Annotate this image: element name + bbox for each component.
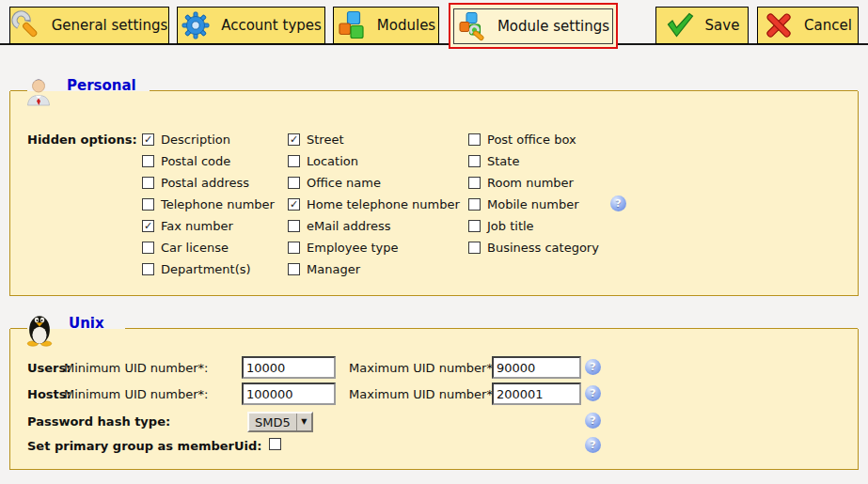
personal-title: Personal bbox=[67, 77, 136, 94]
hidden-option[interactable]: Postal code bbox=[142, 154, 275, 176]
checkbox[interactable] bbox=[142, 155, 154, 167]
password-hash-value: SMD5 bbox=[249, 415, 296, 429]
checkbox[interactable] bbox=[142, 177, 154, 189]
hidden-option[interactable]: ✓Description bbox=[142, 133, 275, 154]
checkbox[interactable] bbox=[142, 242, 154, 254]
checkbox[interactable] bbox=[288, 177, 300, 189]
checkbox[interactable] bbox=[468, 198, 481, 211]
checkbox[interactable]: ✓ bbox=[142, 133, 154, 146]
hidden-option[interactable]: Room number bbox=[468, 176, 599, 197]
tab-modules[interactable]: Modules bbox=[333, 7, 439, 44]
users-min-uid-input[interactable] bbox=[242, 356, 336, 379]
option-label: eMail address bbox=[307, 219, 391, 233]
checkbox[interactable] bbox=[468, 155, 481, 167]
hidden-option[interactable]: Telephone number bbox=[142, 197, 275, 219]
unix-section: Unix Users: Minimum UID number*: Maximum… bbox=[9, 329, 859, 470]
member-uid-checkbox[interactable] bbox=[269, 438, 281, 450]
checkbox[interactable] bbox=[288, 220, 300, 232]
checkbox[interactable]: ✓ bbox=[288, 133, 300, 146]
member-uid-label: Set primary group as memberUid: bbox=[27, 439, 262, 453]
help-icon[interactable]: ? bbox=[585, 359, 601, 375]
option-label: Car license bbox=[161, 241, 229, 255]
tab-module-settings[interactable]: Module settings bbox=[453, 8, 613, 44]
tab-module-settings-outline: Module settings bbox=[449, 3, 618, 49]
personal-legend: Personal bbox=[24, 75, 136, 107]
hidden-option[interactable]: Car license bbox=[142, 241, 275, 262]
hidden-option[interactable]: ✓Fax number bbox=[142, 219, 275, 241]
checkbox[interactable] bbox=[288, 263, 300, 275]
users-max-uid-input[interactable] bbox=[492, 356, 581, 379]
checkbox[interactable]: ✓ bbox=[142, 220, 154, 232]
hidden-option[interactable]: Postal address bbox=[142, 176, 275, 197]
hidden-option[interactable]: Employee type bbox=[288, 241, 460, 262]
chevron-down-icon: ▼ bbox=[297, 414, 311, 430]
tab-label: Module settings bbox=[497, 18, 609, 35]
help-icon[interactable]: ? bbox=[585, 385, 601, 401]
tab-general-settings[interactable]: General settings bbox=[9, 7, 169, 44]
hosts-max-uid-input[interactable] bbox=[492, 383, 581, 405]
wrench-icon bbox=[11, 10, 41, 40]
option-label: Street bbox=[307, 133, 344, 147]
option-label: Home telephone number bbox=[307, 197, 460, 211]
min-uid-label: Minimum UID number*: bbox=[64, 387, 209, 401]
personal-border-segment bbox=[150, 90, 858, 91]
hidden-option[interactable]: Job title bbox=[468, 219, 599, 241]
option-label: Location bbox=[307, 154, 358, 168]
option-label: Employee type bbox=[307, 241, 399, 255]
hidden-option[interactable]: Post office box bbox=[468, 133, 599, 154]
modules-icon bbox=[337, 10, 367, 40]
option-label: Room number bbox=[487, 176, 574, 190]
tab-account-types[interactable]: Account types bbox=[177, 7, 325, 44]
max-uid-label: Maximum UID number*: bbox=[349, 361, 497, 375]
help-icon[interactable]: ? bbox=[610, 195, 626, 211]
checkbox[interactable]: ✓ bbox=[288, 198, 300, 211]
personal-section: Personal Hidden options: ✓DescriptionPos… bbox=[9, 91, 859, 296]
checkbox[interactable] bbox=[468, 133, 481, 146]
option-label: Department(s) bbox=[161, 262, 251, 276]
checkbox[interactable] bbox=[468, 220, 481, 232]
option-label: Fax number bbox=[161, 219, 233, 233]
hidden-option[interactable]: Manager bbox=[288, 262, 460, 284]
checkbox[interactable] bbox=[468, 177, 481, 189]
option-label: Telephone number bbox=[161, 197, 275, 211]
unix-title: Unix bbox=[69, 315, 104, 332]
password-hash-label: Password hash type: bbox=[27, 414, 170, 429]
hidden-option[interactable]: eMail address bbox=[288, 219, 460, 241]
option-label: Mobile number bbox=[487, 197, 579, 211]
tab-label: Account types bbox=[221, 17, 322, 34]
hidden-option[interactable]: ✓Street bbox=[288, 133, 460, 154]
help-icon[interactable]: ? bbox=[585, 437, 601, 453]
checkbox[interactable] bbox=[288, 155, 300, 167]
checkbox[interactable] bbox=[142, 198, 154, 211]
option-label: Post office box bbox=[487, 133, 576, 147]
help-icon[interactable]: ? bbox=[585, 413, 601, 429]
checkbox[interactable] bbox=[468, 242, 481, 254]
hidden-options-label: Hidden options: bbox=[27, 133, 137, 147]
hidden-options-column-3: Post office boxStateRoom numberMobile nu… bbox=[468, 133, 599, 262]
checkbox[interactable] bbox=[142, 263, 154, 275]
cancel-button[interactable]: Cancel bbox=[757, 7, 859, 44]
hidden-option[interactable]: Mobile number? bbox=[468, 197, 599, 219]
hidden-options-column-1: ✓DescriptionPostal codePostal addressTel… bbox=[142, 133, 275, 284]
option-label: State bbox=[487, 154, 519, 168]
hidden-option[interactable]: Location bbox=[288, 154, 460, 176]
tab-label: Modules bbox=[377, 17, 435, 34]
max-uid-label: Maximum UID number*: bbox=[349, 387, 497, 401]
option-label: Postal address bbox=[161, 176, 249, 190]
person-icon bbox=[24, 76, 54, 106]
hidden-option[interactable]: Office name bbox=[288, 176, 460, 197]
option-label: Manager bbox=[307, 262, 360, 276]
hidden-option[interactable]: Business category bbox=[468, 241, 599, 262]
hosts-min-uid-input[interactable] bbox=[242, 383, 336, 405]
hidden-option[interactable]: Department(s) bbox=[142, 262, 275, 284]
password-hash-row: Password hash type: SMD5 ▼ ? bbox=[10, 410, 858, 434]
hidden-option[interactable]: State bbox=[468, 154, 599, 176]
checkbox[interactable] bbox=[288, 242, 300, 254]
save-button[interactable]: Save bbox=[655, 7, 749, 44]
unix-border-segment bbox=[125, 328, 858, 329]
password-hash-select[interactable]: SMD5 ▼ bbox=[247, 412, 313, 432]
save-label: Save bbox=[705, 17, 740, 34]
hidden-option[interactable]: ✓Home telephone number bbox=[288, 197, 460, 219]
users-uid-row: Users: Minimum UID number*: Maximum UID … bbox=[10, 356, 858, 381]
tab-label: General settings bbox=[52, 17, 168, 34]
